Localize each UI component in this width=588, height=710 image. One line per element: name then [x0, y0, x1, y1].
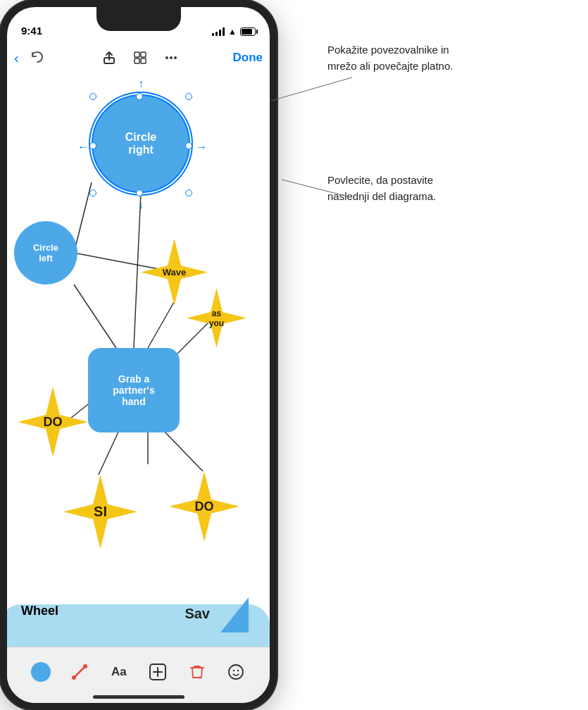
- circle-style-button[interactable]: [28, 659, 54, 685]
- svg-line-15: [99, 429, 120, 475]
- toolbar-left: ‹: [14, 48, 47, 68]
- trash-icon: [189, 664, 206, 680]
- node-circle-right-label: Circleright: [125, 131, 156, 156]
- add-shape-button[interactable]: [145, 659, 170, 685]
- arrow-up[interactable]: ↑: [138, 77, 144, 90]
- text-icon: Aa: [111, 665, 127, 679]
- emoji-button[interactable]: [223, 659, 249, 685]
- handle-mid-left[interactable]: [89, 142, 96, 149]
- handle-top-left[interactable]: [89, 93, 96, 100]
- svg-point-19: [72, 675, 76, 680]
- annotation-bottom: Povlecite, da postavite naslednji del di…: [327, 173, 567, 204]
- svg-line-9: [134, 193, 141, 348]
- svg-point-20: [83, 664, 87, 668]
- node-as-you-label: asyou: [209, 309, 224, 328]
- arrow-right[interactable]: →: [196, 141, 207, 154]
- outer-container: 9:41 ▲ ‹: [0, 0, 588, 710]
- node-si[interactable]: SI: [63, 475, 137, 549]
- status-time: 9:41: [21, 25, 42, 37]
- circle-icon: [31, 662, 51, 682]
- node-circle-left[interactable]: Circleleft: [14, 221, 77, 285]
- annotation-top-text: Pokažite povezovalnike in mrežo ali pove…: [327, 42, 468, 74]
- toolbar-center: [99, 48, 181, 68]
- svg-point-26: [237, 669, 239, 671]
- canvas-area: Circleright ↑ ← → ↓ Circleleft Wave: [7, 73, 270, 647]
- more-button[interactable]: [161, 48, 181, 68]
- handle-top[interactable]: [136, 93, 143, 100]
- node-do-left-label: DO: [44, 415, 63, 430]
- toolbar: ‹: [7, 42, 270, 73]
- svg-line-12: [148, 302, 174, 348]
- delete-button[interactable]: [184, 659, 210, 685]
- svg-point-25: [233, 669, 234, 671]
- svg-rect-3: [135, 58, 139, 63]
- annotation-area: Pokažite povezovalnike in mrežo ali pove…: [292, 0, 588, 710]
- svg-line-18: [74, 666, 85, 678]
- undo-button[interactable]: [27, 48, 47, 68]
- node-do-right[interactable]: DO: [169, 471, 239, 542]
- battery-fill: [242, 29, 252, 35]
- share-button[interactable]: [99, 48, 119, 68]
- grid-button[interactable]: [130, 48, 150, 68]
- home-bar: [93, 695, 184, 699]
- add-shape-icon: [149, 663, 167, 681]
- svg-point-6: [170, 56, 173, 59]
- arrow-down[interactable]: ↓: [138, 199, 144, 211]
- back-button[interactable]: ‹: [14, 50, 19, 66]
- annotation-bottom-text: Povlecite, da postavite naslednji del di…: [327, 173, 468, 204]
- signal-icon: [212, 27, 225, 36]
- done-button[interactable]: Done: [232, 51, 263, 65]
- node-grab[interactable]: Grab apartner'shand: [88, 348, 180, 432]
- svg-line-16: [162, 429, 203, 471]
- node-do-left[interactable]: DO: [18, 387, 88, 457]
- battery-icon: [240, 27, 256, 36]
- bottom-toolbar: Aa: [7, 647, 270, 703]
- svg-rect-2: [141, 52, 146, 57]
- node-wave-label: Wave: [163, 267, 186, 278]
- wifi-icon: ▲: [228, 27, 237, 37]
- notch: [96, 7, 181, 31]
- status-icons: ▲: [212, 27, 256, 37]
- annotation-top: Pokažite povezovalnike in mrežo ali pove…: [327, 42, 567, 74]
- line-style-button[interactable]: [67, 659, 92, 685]
- svg-line-11: [74, 285, 116, 348]
- handle-mid-right[interactable]: [185, 142, 192, 149]
- smiley-icon: [227, 664, 244, 680]
- handle-bottom-left[interactable]: [89, 189, 96, 197]
- handle-top-right[interactable]: [185, 93, 192, 100]
- handle-bottom[interactable]: [136, 189, 143, 197]
- node-do-right-label: DO: [195, 499, 214, 514]
- sav-label: Sav: [184, 606, 210, 622]
- node-as-you[interactable]: asyou: [187, 288, 246, 348]
- node-circle-right[interactable]: Circleright: [92, 94, 190, 193]
- svg-point-7: [174, 56, 177, 59]
- text-style-button[interactable]: Aa: [106, 659, 132, 685]
- svg-rect-1: [135, 52, 139, 57]
- triangle-decoration: [220, 597, 249, 633]
- svg-point-5: [165, 56, 168, 59]
- handle-bottom-right[interactable]: [185, 189, 192, 197]
- node-circle-left-label: Circleleft: [33, 242, 58, 263]
- toolbar-right: Done: [232, 51, 263, 65]
- node-grab-label: Grab apartner'shand: [113, 373, 154, 407]
- phone-frame: 9:41 ▲ ‹: [0, 0, 277, 710]
- svg-rect-4: [141, 58, 146, 63]
- svg-point-24: [229, 665, 243, 679]
- node-si-label: SI: [94, 504, 107, 520]
- line-icon: [70, 662, 89, 682]
- arrow-left[interactable]: ←: [77, 141, 89, 154]
- wheel-label: Wheel: [21, 604, 58, 618]
